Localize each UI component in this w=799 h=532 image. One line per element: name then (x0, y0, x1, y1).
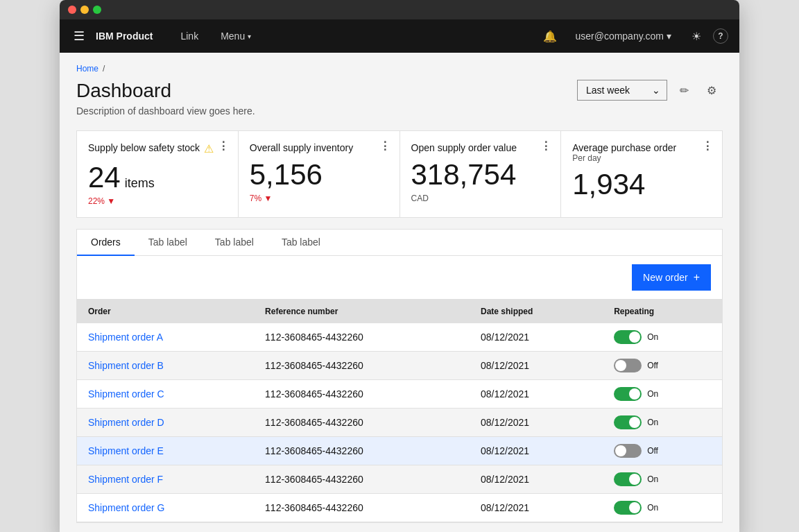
table-body: Shipment order A112-3608465-443226008/12… (77, 323, 722, 522)
new-order-label: New order (643, 272, 688, 283)
page-settings-button[interactable]: ⚙ (701, 79, 723, 101)
table-cell-date: 08/12/2021 (470, 465, 603, 493)
main-window: ☰ IBM Product Link Menu ▾ 🔔 user@company… (60, 0, 739, 532)
table-cell-repeating: On (603, 379, 722, 408)
topnav-right-section: 🔔 user@company.com ▾ ☀ ? (536, 19, 728, 53)
page-description: Description of dashboard view goes here. (76, 105, 255, 117)
kpi-avg-purchase-subtitle: Per day (572, 153, 711, 163)
hamburger-menu-icon[interactable]: ☰ (71, 26, 87, 46)
tab-orders[interactable]: Orders (77, 230, 135, 256)
tab-label-2[interactable]: Tab label (135, 230, 201, 256)
table-row: Shipment order B112-3608465-443226008/12… (77, 351, 722, 379)
table-cell-ref: 112-3608465-4432260 (254, 465, 470, 493)
kpi-avg-purchase-value: 1,934 (572, 169, 711, 200)
repeating-toggle[interactable] (614, 501, 642, 515)
table-cell-ref: 112-3608465-4432260 (254, 408, 470, 436)
table-row: Shipment order G112-3608465-443226008/12… (77, 493, 722, 522)
kpi-open-supply-value: 318,754 (411, 159, 550, 191)
kpi-overflow-menu-icon-3[interactable]: ⋮ (540, 139, 552, 153)
table-cell-date: 08/12/2021 (470, 493, 603, 522)
window-maximize-btn[interactable] (93, 6, 101, 14)
window-close-btn[interactable] (68, 6, 76, 14)
kpi-cards-grid: Supply below safety stock ⚠ 24items 22% … (76, 130, 723, 218)
kpi-card-supply-safety: Supply below safety stock ⚠ 24items 22% … (77, 131, 238, 217)
repeating-toggle[interactable] (614, 359, 642, 372)
toggle-knob (615, 445, 626, 456)
kpi-open-supply-unit: CAD (411, 194, 550, 203)
order-link[interactable]: Shipment order G (88, 502, 165, 513)
new-order-plus-icon: + (694, 271, 700, 284)
order-link[interactable]: Shipment order D (88, 417, 164, 428)
kpi-card-open-supply: Open supply order value 318,754 CAD ⋮ (400, 131, 561, 217)
table-cell-date: 08/12/2021 (470, 351, 603, 379)
theme-toggle-icon[interactable]: ☀ (682, 19, 710, 53)
toggle-label: On (647, 418, 658, 427)
tab-label-3[interactable]: Tab label (201, 230, 268, 256)
repeating-toggle[interactable] (614, 472, 642, 486)
kpi-overall-inventory-title: Overall supply inventory (250, 142, 353, 153)
user-email: user@company.com (575, 31, 664, 42)
table-cell-repeating: On (603, 493, 722, 522)
order-link[interactable]: Shipment order B (88, 360, 164, 371)
kpi-open-supply-title: Open supply order value (411, 142, 517, 153)
kpi-overflow-menu-icon-2[interactable]: ⋮ (379, 139, 391, 153)
toggle-knob (629, 502, 640, 513)
toggle-label: On (647, 474, 658, 484)
kpi-overflow-menu-icon[interactable]: ⋮ (218, 139, 230, 153)
table-row: Shipment order A112-3608465-443226008/12… (77, 323, 722, 352)
kpi-supply-safety-title: Supply below safety stock (88, 142, 200, 153)
table-cell-repeating: On (603, 408, 722, 436)
page-header: Dashboard Description of dashboard view … (76, 79, 723, 117)
orders-table: Order Reference number Date shipped Repe… (77, 300, 722, 522)
toggle-knob (629, 388, 640, 400)
table-cell-date: 08/12/2021 (470, 436, 603, 465)
table-cell-repeating: On (603, 465, 722, 493)
table-cell-ref: 112-3608465-4432260 (254, 436, 470, 465)
repeating-toggle[interactable] (614, 330, 642, 344)
nav-link[interactable]: Link (169, 19, 209, 53)
toggle-knob (629, 417, 640, 428)
nav-menu[interactable]: Menu ▾ (209, 19, 262, 53)
help-icon[interactable]: ? (713, 28, 728, 44)
kpi-supply-safety-value: 24items (88, 162, 227, 194)
new-order-button[interactable]: New order + (632, 264, 711, 291)
menu-label: Menu (221, 31, 245, 42)
toggle-label: On (647, 503, 658, 513)
breadcrumb: Home / (76, 64, 723, 74)
toggle-label: Off (647, 446, 658, 456)
notification-bell-icon[interactable]: 🔔 (536, 19, 564, 53)
breadcrumb-home-link[interactable]: Home (76, 64, 98, 74)
col-header-date: Date shipped (470, 300, 603, 323)
repeating-toggle[interactable] (614, 387, 642, 401)
order-link[interactable]: Shipment order E (88, 445, 164, 456)
table-row: Shipment order E112-3608465-443226008/12… (77, 436, 722, 465)
kpi-overflow-menu-icon-4[interactable]: ⋮ (702, 139, 714, 153)
user-menu-chevron-icon: ▾ (667, 31, 671, 42)
table-row: Shipment order F112-3608465-443226008/12… (77, 465, 722, 493)
table-row: Shipment order C112-3608465-443226008/12… (77, 379, 722, 408)
date-filter-select[interactable]: Last week Last month Last quarter Last y… (577, 80, 667, 101)
window-minimize-btn[interactable] (80, 6, 89, 14)
tab-label-4[interactable]: Tab label (268, 230, 334, 256)
warning-icon: ⚠ (204, 142, 214, 155)
order-link[interactable]: Shipment order A (88, 332, 163, 343)
repeating-toggle[interactable] (614, 415, 642, 429)
kpi-overall-inventory-value: 5,156 (250, 159, 388, 191)
toggle-knob (615, 360, 626, 371)
kpi-avg-purchase-title: Average purchase order (572, 142, 676, 153)
repeating-toggle[interactable] (614, 444, 642, 458)
toggle-label: On (647, 332, 658, 342)
table-toolbar: New order + (77, 256, 722, 300)
order-link[interactable]: Shipment order C (88, 388, 164, 400)
top-navigation: ☰ IBM Product Link Menu ▾ 🔔 user@company… (60, 19, 739, 53)
table-cell-ref: 112-3608465-4432260 (254, 379, 470, 408)
user-menu[interactable]: user@company.com ▾ (567, 19, 680, 53)
table-cell-ref: 112-3608465-4432260 (254, 351, 470, 379)
tabs-bar: Orders Tab label Tab label Tab label (77, 230, 722, 256)
toggle-label: On (647, 389, 658, 399)
order-link[interactable]: Shipment order F (88, 474, 163, 485)
col-header-repeating: Repeating (603, 300, 722, 323)
table-cell-repeating: Off (603, 351, 722, 379)
edit-button[interactable]: ✏ (673, 79, 695, 101)
table-cell-ref: 112-3608465-4432260 (254, 323, 470, 352)
